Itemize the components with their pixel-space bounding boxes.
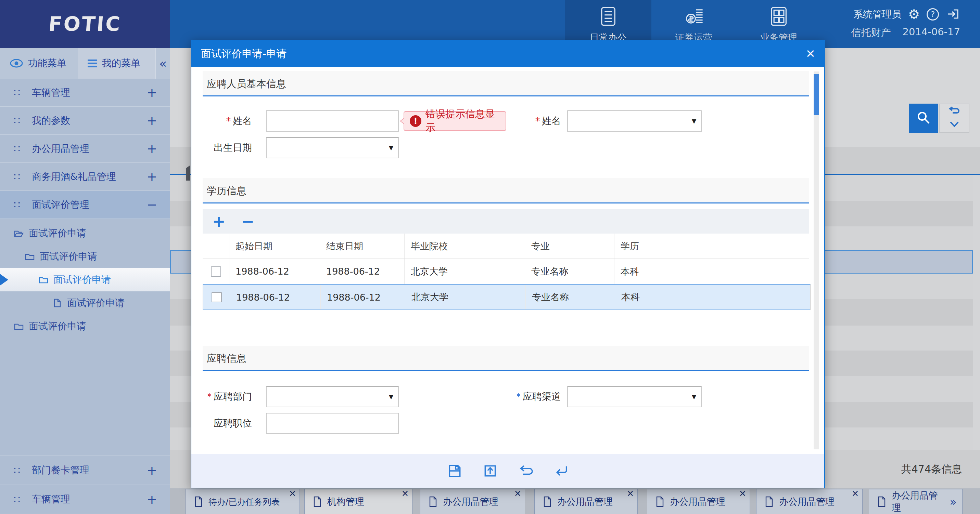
row-checkbox[interactable] [212,292,222,302]
sidebar-tabs: 功能菜单 我的菜单 « [0,48,170,79]
tree-item-4[interactable]: 面试评价申请 [0,291,170,315]
sidebar-item-3[interactable]: ∷办公用品管理+ [0,135,170,163]
task-tab-1[interactable]: 待办/已办任务列表✕ [186,489,300,514]
help-icon[interactable]: ? [927,8,939,21]
sidebar-item-1[interactable]: ∷车辆管理+ [0,79,170,107]
close-icon[interactable]: ✕ [852,489,859,498]
section-education: 学历信息 [203,178,809,203]
error-text: 错误提示信息显示 [425,107,500,135]
modal-scrollbar-thumb[interactable] [814,74,819,115]
reset-icon [948,106,960,116]
search-button[interactable] [909,104,938,133]
required-marker: * [516,392,521,402]
tree-item-3[interactable]: 面试评价申请 [0,268,170,291]
sidebar-item-2[interactable]: ∷我的参数+ [0,107,170,135]
expand-toggle-icon[interactable]: + [147,170,157,184]
sidebar-collapse-button[interactable]: « [156,48,170,79]
task-tab-5[interactable]: 办公用品管理✕ [647,489,750,514]
sidebar-item-label: 办公用品管理 [32,142,89,155]
remove-row-button[interactable]: − [241,213,255,229]
close-icon[interactable]: ✕ [289,489,296,498]
modal-header[interactable]: 面试评价申请-申请 ✕ [191,41,824,67]
apply-position-input[interactable] [266,413,399,434]
search-icon [916,110,931,127]
sidebar-bottom-item-2[interactable]: ∷车辆管理+ [0,485,170,514]
expand-toggle-icon[interactable]: + [147,114,157,128]
upload-button[interactable] [482,463,498,479]
add-row-button[interactable]: + [212,213,226,229]
eye-icon [10,59,23,68]
task-tab-2[interactable]: 机构管理✕ [304,489,412,514]
upload-icon [482,474,498,480]
expand-toggle-icon[interactable]: + [147,463,157,478]
close-icon[interactable]: ✕ [627,489,634,498]
sidebar-tab-function-menu[interactable]: 功能菜单 [0,48,78,79]
table-cell: 本科 [614,259,809,284]
apply-dept-label: *应聘部门 [191,386,255,407]
sidebar-item-5[interactable]: ∷面试评价管理− [0,191,170,219]
education-table-header: 起始日期结束日期毕业院校专业学历 [203,233,809,259]
submit-button[interactable] [554,463,569,479]
close-icon[interactable]: ✕ [739,489,746,498]
gear-icon[interactable]: ⚙ [908,8,920,21]
apply-channel-select[interactable]: ▼ [567,386,702,407]
column-header: 毕业院校 [405,233,525,259]
sidebar-menu-bottom: ∷部门餐卡管理+∷车辆管理+ [0,455,170,514]
undo-button[interactable] [518,463,534,479]
close-icon[interactable]: ✕ [514,489,521,498]
task-tab-3[interactable]: 办公用品管理✕ [420,489,525,514]
task-tab-label: 办公用品管理 [557,495,613,508]
task-tab-6[interactable]: 办公用品管理✕ [756,489,862,514]
sidebar-item-4[interactable]: ∷商务用酒&礼品管理+ [0,163,170,191]
sidebar-bottom-item-1[interactable]: ∷部门餐卡管理+ [0,456,170,485]
expand-toggle-icon[interactable]: + [147,141,157,155]
task-tab-4[interactable]: 办公用品管理✕ [535,489,638,514]
grip-icon: ∷ [14,143,20,155]
task-tab-7[interactable]: 办公用品管理» [869,489,963,514]
logout-icon[interactable] [946,6,960,22]
error-tooltip: ! 错误提示信息显示 [404,111,506,131]
expand-toggle-icon[interactable]: + [147,492,157,506]
securities-icon [683,5,705,29]
name-input[interactable] [266,111,399,132]
table-cell: 1988-06-12 [320,259,405,284]
sidebar-item-label: 车辆管理 [32,86,70,99]
close-icon[interactable]: ✕ [401,489,409,498]
folder-open-icon [14,229,24,238]
grip-icon: ∷ [14,199,20,211]
sidebar-tab-my-menu[interactable]: 我的菜单 [78,48,156,79]
overflow-icon[interactable]: » [950,495,957,509]
expand-toggle-icon[interactable]: − [147,198,157,212]
modal-scrollbar[interactable] [814,71,819,449]
row-checkbox[interactable] [211,267,221,277]
file-icon [52,298,62,308]
close-icon[interactable]: ✕ [806,47,816,60]
section-basic-info: 应聘人员基本信息 [203,71,809,97]
sidebar-tab-label: 功能菜单 [28,57,67,70]
row-checkbox-cell [203,259,229,284]
reset-button[interactable] [940,104,969,118]
tree-item-5[interactable]: 面试评价申请 [0,315,170,338]
expand-button[interactable] [940,118,969,132]
grip-icon: ∷ [14,493,20,506]
table-cell: 北京大学 [405,285,526,309]
apply-position-label: 应聘职位 [191,413,255,434]
dropdown-arrow-icon: ▼ [389,393,393,400]
save-button[interactable] [447,463,463,479]
name2-select[interactable]: ▼ [567,111,702,132]
folder-icon [25,252,35,261]
expand-toggle-icon[interactable]: + [147,86,157,100]
name-label: *姓名 [191,111,255,132]
tree-item-1[interactable]: 面试评价申请 [0,222,170,245]
tree-item-label: 面试评价申请 [29,320,86,333]
apply-dept-select[interactable]: ▼ [266,386,399,407]
chevron-down-icon [948,120,960,130]
file-icon [655,496,664,507]
enter-icon [554,474,569,480]
birth-date-select[interactable]: ▼ [266,137,399,158]
table-row[interactable]: 1988-06-121988-06-12北京大学专业名称本科 [203,259,809,284]
tree-item-2[interactable]: 面试评价申请 [0,245,170,268]
header-user-area: 系统管理员 ⚙ ? 信托财产 2014-06-17 [851,6,960,40]
org-name: 信托财产 [851,26,891,40]
table-row[interactable]: 1988-06-121988-06-12北京大学专业名称本科 [203,284,811,310]
